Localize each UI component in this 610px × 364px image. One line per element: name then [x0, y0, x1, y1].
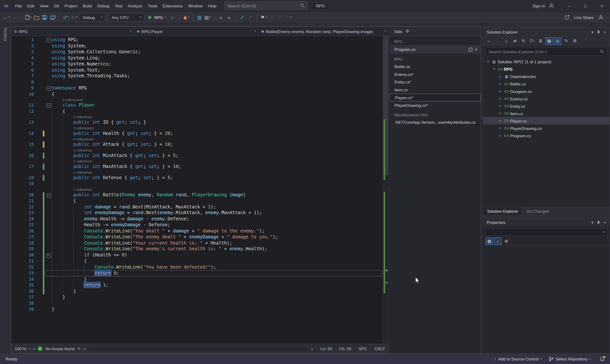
menu-item-tools[interactable]: Tools	[145, 0, 160, 12]
menu-item-view[interactable]: View	[37, 0, 51, 12]
tree-item-playerdrawing-cs[interactable]: ▷C#PlayerDrawing.cs	[483, 124, 610, 132]
panel-tab-git-changes[interactable]: Git Changes	[522, 207, 553, 215]
code-line[interactable]: 4using System.Linq;	[11, 55, 382, 61]
tree-item-solution-rpg-1-of-1-project[interactable]: ▾▤Solution 'RPG' (1 of 1 project)	[483, 58, 610, 65]
member-dropdown[interactable]: ◼ Battle(Enemy enemy, Random rand, Playe…	[259, 27, 389, 36]
tabs-settings-icon[interactable]: ⚙	[406, 29, 409, 34]
code-line[interactable]: 18public int Defense { get; set; } = 5;	[11, 175, 382, 181]
scroll-right-icon[interactable]: ▸	[312, 347, 313, 351]
categorized-icon[interactable]: ▦	[486, 237, 493, 245]
tab-item-battle-cs[interactable]: Battle.cs	[390, 63, 481, 70]
clear-bookmarks-icon[interactable]: ⚐▾	[285, 13, 292, 22]
code-line[interactable]: 15public int Attack { get; set; } = 10;	[11, 142, 382, 147]
edit-project-file-icon[interactable]: ✎	[563, 37, 570, 44]
code-line[interactable]: 9−namespace RPG	[11, 85, 382, 91]
code-line[interactable]: 37}	[11, 294, 382, 300]
find-in-files-icon[interactable]: ▤▾	[204, 13, 211, 22]
select-repository-button[interactable]: Select Repository ▴	[547, 356, 593, 361]
code-line[interactable]: 21{	[11, 198, 382, 204]
code-line[interactable]: 22int damage = rand.Next(MinAttack, MaxA…	[11, 204, 382, 210]
tree-item-battle-cs[interactable]: ▷C#Battle.cs	[483, 80, 610, 88]
tree-item-program-cs[interactable]: ▷C#Program.cs	[483, 132, 610, 139]
tree-item-item-cs[interactable]: ▷C#Item.cs	[483, 110, 610, 117]
minimize-button[interactable]: –	[561, 0, 577, 12]
issues-status[interactable]: No issues found	[45, 346, 75, 351]
toggle-bookmark-icon[interactable]: ⚑▾	[260, 13, 267, 22]
code-line[interactable]: 16public int MinAttack { get; set; } = 5…	[11, 153, 382, 158]
code-line[interactable]: 27Console.WriteLine("The enemy dealt " +…	[11, 234, 382, 240]
comment-icon[interactable]: ∕∕	[239, 13, 246, 22]
menu-item-test[interactable]: Test	[112, 0, 125, 12]
add-to-source-control-button[interactable]: ↑ Add to Source Control ▴	[492, 356, 544, 361]
zoom-level[interactable]: 100 %	[15, 346, 27, 351]
code-line[interactable]: 23int enemyDamage = rand.Next(enemy.MinA…	[11, 210, 382, 216]
solution-explorer-header[interactable]: Solution Explorer ▾ ×	[483, 28, 610, 36]
code-line[interactable]: 36}	[11, 288, 382, 294]
toolbox-tab[interactable]: Toolbox	[3, 27, 8, 41]
preview-tab-icon[interactable]	[469, 48, 472, 51]
navigate-backward-icon[interactable]: ←▾	[3, 13, 11, 22]
pin-icon[interactable]	[597, 220, 600, 224]
feedback-icon[interactable]	[597, 13, 605, 22]
tab-item-enemy-cs[interactable]: Enemy.cs*	[390, 70, 481, 78]
expand-icon[interactable]: ▷	[498, 134, 503, 137]
fold-collapse-icon[interactable]: −	[46, 38, 51, 42]
codelens-references[interactable]: 1 reference	[73, 187, 92, 192]
menu-item-analyze[interactable]: Analyze	[125, 0, 145, 12]
properties-header[interactable]: Properties ▾ ×	[483, 218, 610, 227]
scroll-left-icon[interactable]: ◂	[83, 347, 85, 351]
code-line[interactable]: 34}	[11, 276, 382, 282]
close-panel-icon[interactable]: ×	[604, 220, 606, 225]
code-line[interactable]: 10{	[11, 91, 382, 97]
expand-icon[interactable]: ▷	[498, 75, 503, 78]
code-line[interactable]: 17public int MaxAttack { get; set; } = 1…	[11, 164, 382, 170]
sync-with-active-document-icon[interactable]: ↻	[520, 37, 527, 44]
save-all-icon[interactable]	[49, 13, 56, 22]
code-line[interactable]: 14public int Health { get; set; } = 20;	[11, 130, 382, 136]
health-indicator-icon[interactable]: ●	[33, 347, 35, 351]
fold-collapse-icon[interactable]: −	[46, 86, 51, 91]
tree-item-player-cs[interactable]: ▷C#Player.cs	[483, 117, 610, 124]
tab-item-program-cs[interactable]: Program.cs×	[390, 45, 481, 54]
code-line[interactable]: 32Console.WriteLine("You have been defea…	[11, 264, 382, 270]
account-icon[interactable]	[549, 3, 554, 8]
panel-menu-icon[interactable]: ▾	[591, 220, 593, 225]
code-line[interactable]: 7using System.Threading.Tasks;	[11, 73, 382, 79]
code-line[interactable]: 12{	[11, 108, 382, 114]
save-icon[interactable]	[41, 13, 48, 22]
new-project-icon[interactable]: ▾	[25, 13, 32, 22]
code-line[interactable]: 24enemy.Health -= damage - enemy.Defense…	[11, 216, 382, 222]
codelens-references[interactable]: 1 reference	[73, 148, 92, 152]
tree-item-dungeon-cs[interactable]: ▷C#Dungeon.cs	[483, 88, 610, 95]
filter-icon[interactable]: ▽▾	[528, 37, 536, 44]
menu-item-project[interactable]: Project	[62, 0, 80, 12]
menu-item-debug[interactable]: Debug	[95, 0, 112, 12]
codelens-references[interactable]: 1 reference	[73, 159, 92, 163]
code-line[interactable]: 38	[11, 300, 382, 306]
code-editor[interactable]: 1−using RPG;2using System;3using System.…	[11, 36, 389, 344]
start-without-debugging-icon[interactable]: ▷	[169, 13, 177, 22]
navigate-forward-icon[interactable]: →	[11, 13, 19, 22]
code-line[interactable]: 33return 0;	[11, 270, 382, 276]
next-bookmark-icon[interactable]: ⚐	[276, 13, 284, 22]
properties-object-dropdown[interactable]: ▾	[486, 229, 607, 236]
expand-icon[interactable]: ▷	[498, 90, 503, 93]
fold-collapse-icon[interactable]: −	[46, 104, 51, 108]
solution-explorer-settings-icon[interactable]: ⚙	[571, 37, 579, 44]
codelens-references[interactable]: 0 references	[73, 137, 94, 141]
hot-reload-icon[interactable]: ▾	[183, 13, 190, 22]
decrease-indent-icon[interactable]: «	[217, 13, 225, 22]
tab-item-item-cs[interactable]: Item.cs	[390, 86, 481, 94]
menu-item-help[interactable]: Help	[205, 0, 219, 12]
platform-dropdown[interactable]: Any CPU▾	[108, 13, 144, 21]
type-dropdown[interactable]: ◆ RPG.Player ▾	[134, 27, 259, 36]
code-line[interactable]: 31{	[11, 258, 382, 264]
sign-in-link[interactable]: Sign in	[533, 3, 545, 8]
previous-bookmark-icon[interactable]: ⚐	[268, 13, 275, 22]
redo-icon[interactable]: ↻▾	[70, 13, 78, 22]
code-line[interactable]: 8	[11, 79, 382, 85]
maximize-button[interactable]: □	[577, 0, 594, 12]
show-all-files-icon[interactable]: ▦	[545, 37, 553, 44]
start-debugging-button[interactable]: RPG▾	[147, 13, 169, 22]
close-tab-icon[interactable]: ×	[475, 47, 477, 52]
